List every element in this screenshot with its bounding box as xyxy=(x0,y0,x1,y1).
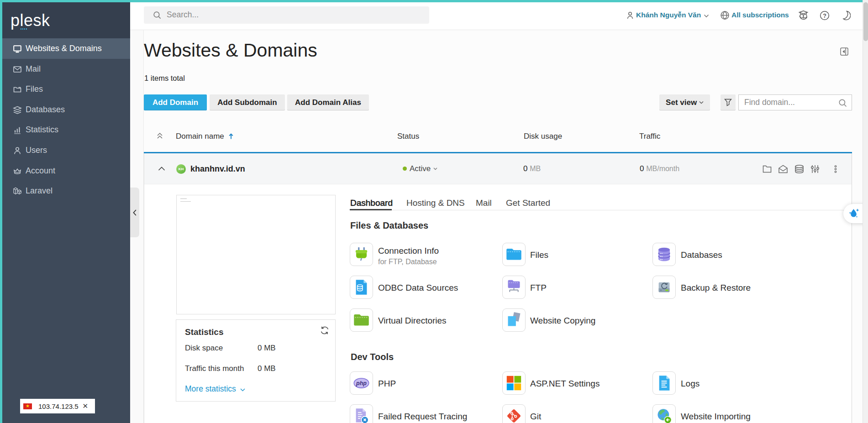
svg-text:?: ? xyxy=(823,13,826,19)
